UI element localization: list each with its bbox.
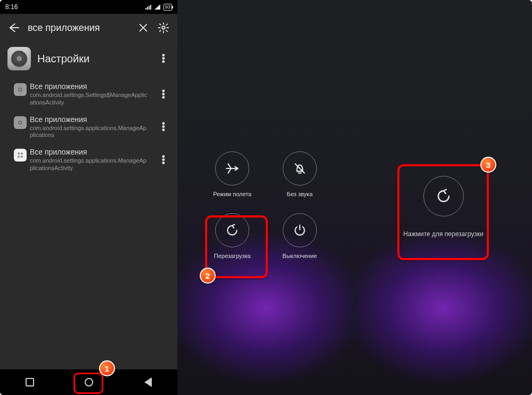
more-icon[interactable]: ••• <box>157 122 170 132</box>
status-time: 8:16 <box>5 3 18 11</box>
svg-rect-7 <box>18 156 20 158</box>
annotation-highlight <box>397 164 489 260</box>
more-icon[interactable]: ••• <box>157 54 170 63</box>
activity-package: com.android.settings.applications.Manage… <box>30 157 152 172</box>
apps-grid-icon <box>14 149 27 162</box>
svg-rect-5 <box>18 152 20 155</box>
power-icon <box>283 213 317 247</box>
power-silent[interactable]: Без звука <box>266 151 334 197</box>
svg-point-4 <box>19 121 22 124</box>
activity-title: Все приложения <box>30 148 152 156</box>
airplane-icon <box>215 151 249 186</box>
activity-item[interactable]: Все приложения com.android.settings.appl… <box>0 143 177 176</box>
annotation-badge-3: 3 <box>480 157 496 173</box>
more-icon[interactable]: ••• <box>157 90 170 99</box>
wifi-icon <box>154 4 160 10</box>
annotation-badge-2: 2 <box>200 268 216 284</box>
activity-title: Все приложения <box>30 82 152 91</box>
power-label: Режим полета <box>213 191 251 197</box>
bell-off-icon <box>283 151 317 186</box>
svg-point-3 <box>19 88 22 91</box>
annotation-badge-1: 1 <box>99 360 115 376</box>
power-airplane[interactable]: Режим полета <box>199 151 266 197</box>
svg-point-0 <box>162 26 165 29</box>
power-label: Без звука <box>287 191 313 197</box>
activity-item[interactable]: Все приложения com.android.settings.appl… <box>0 111 177 144</box>
activity-package: com.android.settings.Settings$ManageAppl… <box>30 92 152 107</box>
panel-activity-list: 8:16 93 все приложения <box>0 0 177 395</box>
signal-icon <box>145 4 151 10</box>
svg-rect-6 <box>21 152 23 155</box>
close-icon[interactable] <box>137 21 150 34</box>
annotation-highlight <box>205 215 268 278</box>
nav-recents-icon[interactable] <box>26 378 34 386</box>
activity-title: Все приложения <box>30 115 152 124</box>
more-icon[interactable]: ••• <box>157 155 170 165</box>
annotation-highlight <box>73 373 103 394</box>
battery-icon: 93 <box>163 4 172 11</box>
status-bar: 8:16 93 <box>0 0 177 14</box>
toolbar-title: все приложения <box>28 22 129 34</box>
back-icon[interactable] <box>7 21 20 34</box>
gear-icon[interactable] <box>157 21 170 34</box>
activity-package: com.android.settings.applications.Manage… <box>30 125 152 140</box>
power-label: Выключение <box>282 253 317 259</box>
panel-power-menu: Режим полета Без звука Перезагрузка Выкл… <box>177 0 355 395</box>
activity-item[interactable]: Все приложения com.android.settings.Sett… <box>0 78 177 111</box>
app-name: Настройки <box>37 53 151 65</box>
svg-rect-8 <box>21 156 23 158</box>
power-off[interactable]: Выключение <box>266 213 334 259</box>
toolbar: все приложения <box>0 14 177 42</box>
settings-app-icon <box>7 47 31 70</box>
app-header[interactable]: Настройки ••• <box>0 42 177 78</box>
gear-icon <box>14 116 27 129</box>
gear-icon <box>14 83 27 96</box>
panel-reboot-confirm: Нажмите для перезагрузки 3 <box>355 0 532 395</box>
nav-back-icon[interactable] <box>144 377 152 387</box>
svg-point-2 <box>19 58 20 60</box>
